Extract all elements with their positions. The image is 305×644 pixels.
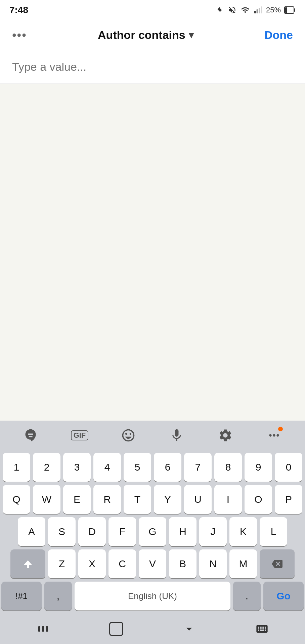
backspace-key[interactable] <box>260 549 295 578</box>
key-U[interactable]: U <box>184 485 212 514</box>
key-Q[interactable]: Q <box>3 485 30 514</box>
svg-rect-5 <box>294 8 295 12</box>
key-L[interactable]: L <box>260 517 287 546</box>
key-B[interactable]: B <box>169 549 197 578</box>
gif-label: GIF <box>71 430 89 440</box>
key-N[interactable]: N <box>199 549 227 578</box>
key-6[interactable]: 6 <box>154 453 181 482</box>
key-V[interactable]: V <box>139 549 166 578</box>
key-8[interactable]: 8 <box>214 453 242 482</box>
key-W[interactable]: W <box>33 485 60 514</box>
svg-rect-1 <box>257 9 258 13</box>
toolbar-more-button[interactable] <box>262 423 286 447</box>
status-icons: 25% <box>216 6 296 14</box>
bottom-row: !#1 , English (UK) . Go <box>1 582 304 610</box>
bottom-nav <box>0 614 305 644</box>
zxcv-row: Z X C V B N M <box>1 549 304 578</box>
key-4[interactable]: 4 <box>93 453 121 482</box>
key-M[interactable]: M <box>229 549 257 578</box>
more-options-button[interactable]: ••• <box>12 28 27 42</box>
key-P[interactable]: P <box>275 485 302 514</box>
key-1[interactable]: 1 <box>3 453 30 482</box>
notification-dot <box>278 427 283 431</box>
wifi-icon <box>240 6 251 14</box>
key-J[interactable]: J <box>199 517 227 546</box>
key-H[interactable]: H <box>169 517 197 546</box>
svg-rect-3 <box>261 6 262 13</box>
key-K[interactable]: K <box>229 517 257 546</box>
key-E[interactable]: E <box>63 485 91 514</box>
done-button[interactable]: Done <box>264 29 293 42</box>
sticker-button[interactable] <box>19 423 43 447</box>
content-area <box>0 84 305 285</box>
svg-rect-2 <box>259 8 260 13</box>
battery-percentage: 25% <box>266 6 281 14</box>
key-0[interactable]: 0 <box>275 453 302 482</box>
settings-button[interactable] <box>213 423 237 447</box>
shift-key[interactable] <box>10 549 45 578</box>
bluetooth-icon <box>216 6 224 14</box>
key-F[interactable]: F <box>108 517 136 546</box>
number-row: 1 2 3 4 5 6 7 8 9 0 <box>1 453 304 482</box>
qwerty-row: Q W E R T Y U I O P <box>1 485 304 514</box>
key-I[interactable]: I <box>214 485 242 514</box>
key-7[interactable]: 7 <box>184 453 212 482</box>
mic-button[interactable] <box>165 423 189 447</box>
down-button[interactable] <box>172 619 206 639</box>
key-2[interactable]: 2 <box>33 453 60 482</box>
svg-rect-7 <box>38 626 40 632</box>
filter-title-text: Author contains <box>98 29 185 42</box>
status-bar: 7:48 25% <box>0 0 305 20</box>
key-S[interactable]: S <box>48 517 76 546</box>
svg-rect-6 <box>285 7 287 13</box>
key-A[interactable]: A <box>18 517 45 546</box>
home-icon <box>109 622 123 636</box>
home-button[interactable] <box>99 619 133 639</box>
emoji-button[interactable] <box>116 423 140 447</box>
asdf-row: A S D F G H J K L <box>1 517 304 546</box>
title-chevron-icon[interactable]: ▾ <box>189 30 193 41</box>
nav-title: Author contains ▾ <box>98 29 193 42</box>
symbols-key[interactable]: !#1 <box>1 582 42 610</box>
key-5[interactable]: 5 <box>124 453 151 482</box>
key-C[interactable]: C <box>108 549 136 578</box>
comma-key[interactable]: , <box>44 582 72 610</box>
key-R[interactable]: R <box>93 485 121 514</box>
key-O[interactable]: O <box>245 485 272 514</box>
key-3[interactable]: 3 <box>63 453 91 482</box>
svg-rect-8 <box>42 626 44 632</box>
space-key[interactable]: English (UK) <box>75 582 230 610</box>
gif-button[interactable]: GIF <box>68 423 92 447</box>
key-Y[interactable]: Y <box>154 485 181 514</box>
input-area <box>0 50 305 84</box>
svg-rect-0 <box>254 11 256 13</box>
keyboard-switch-button[interactable] <box>245 619 279 639</box>
value-input[interactable] <box>12 60 293 73</box>
keyboard-rows: 1 2 3 4 5 6 7 8 9 0 Q W E R T Y U I O P … <box>0 450 305 610</box>
mute-icon <box>228 6 236 14</box>
nav-bar: ••• Author contains ▾ Done <box>0 20 305 50</box>
svg-rect-9 <box>46 626 48 632</box>
key-D[interactable]: D <box>78 517 106 546</box>
key-T[interactable]: T <box>124 485 151 514</box>
back-button[interactable] <box>27 619 60 639</box>
go-key[interactable]: Go <box>263 582 304 610</box>
key-X[interactable]: X <box>78 549 106 578</box>
key-9[interactable]: 9 <box>245 453 272 482</box>
keyboard-toolbar: GIF <box>0 421 305 450</box>
key-Z[interactable]: Z <box>48 549 76 578</box>
keyboard: GIF 1 2 3 4 5 6 7 8 9 <box>0 421 305 644</box>
period-key[interactable]: . <box>233 582 261 610</box>
signal-icon <box>254 6 263 14</box>
status-time: 7:48 <box>9 5 28 15</box>
key-G[interactable]: G <box>139 517 166 546</box>
battery-icon <box>284 6 296 14</box>
